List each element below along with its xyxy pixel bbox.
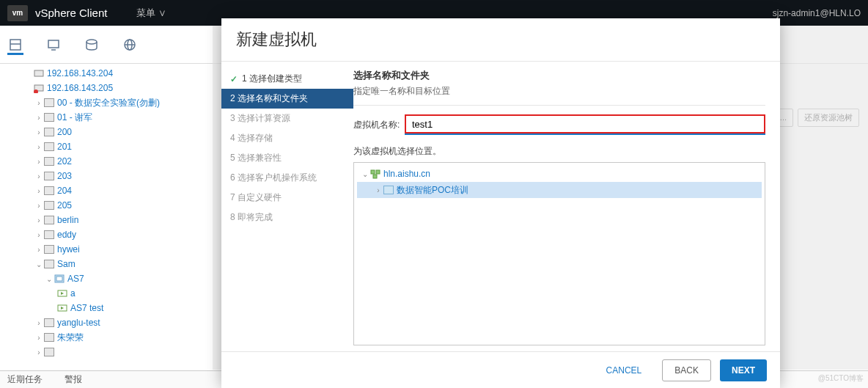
svg-rect-8 bbox=[34, 70, 43, 76]
folder-item[interactable]: ›203 bbox=[0, 169, 213, 183]
folder-sam[interactable]: ⌄Sam bbox=[0, 257, 213, 271]
svg-rect-0 bbox=[10, 40, 21, 50]
hosts-clusters-icon[interactable] bbox=[7, 39, 23, 55]
vms-templates-icon[interactable] bbox=[45, 37, 62, 53]
content-title: 选择名称和文件夹 bbox=[353, 69, 765, 82]
step-3: 3 选择计算资源 bbox=[221, 109, 353, 128]
host-item[interactable]: 192.168.143.205 bbox=[0, 81, 213, 95]
new-vm-wizard: 新建虚拟机 1 选择创建类型 2 选择名称和文件夹 3 选择计算资源 4 选择存… bbox=[221, 18, 780, 388]
folder-item[interactable]: ›201 bbox=[0, 139, 213, 154]
content-subtitle: 指定唯一名称和目标位置 bbox=[353, 85, 765, 98]
svg-rect-18 bbox=[376, 170, 380, 174]
folder-item[interactable]: ›204 bbox=[0, 183, 213, 198]
svg-rect-2 bbox=[48, 40, 59, 48]
watermark: @51CTO博客 bbox=[818, 373, 864, 384]
step-7: 7 自定义硬件 bbox=[221, 188, 353, 208]
folder-item[interactable]: ›berlin bbox=[0, 213, 213, 227]
network-icon[interactable] bbox=[122, 37, 138, 53]
step-4: 4 选择存储 bbox=[221, 128, 353, 148]
back-button[interactable]: BACK bbox=[662, 359, 711, 381]
step-1[interactable]: 1 选择创建类型 bbox=[221, 69, 353, 89]
vm-item[interactable]: AS7 test bbox=[0, 301, 213, 315]
folder-item[interactable]: ›205 bbox=[0, 198, 213, 213]
vm-logo: vm bbox=[7, 5, 28, 21]
location-tree[interactable]: ⌄ hln.aishu.cn › 数据智能POC培训 bbox=[353, 162, 765, 345]
host-item[interactable]: 192.168.143.204 bbox=[0, 66, 213, 81]
folder-item[interactable]: ›01 - 谢军 bbox=[0, 110, 213, 125]
vapp-as7[interactable]: ⌄ AS7 bbox=[0, 271, 213, 286]
storage-icon[interactable] bbox=[84, 37, 100, 53]
svg-rect-19 bbox=[373, 175, 377, 178]
divider bbox=[353, 105, 765, 106]
vm-name-label: 虚拟机名称: bbox=[353, 119, 405, 131]
folder-item[interactable]: ›朱荣荣 bbox=[0, 330, 213, 345]
vm-item[interactable]: a bbox=[0, 286, 213, 301]
wizard-title: 新建虚拟机 bbox=[221, 18, 780, 62]
loc-datacenter[interactable]: › 数据智能POC培训 bbox=[357, 182, 762, 198]
menu-dropdown[interactable]: 菜单 ∨ bbox=[136, 7, 166, 20]
location-label: 为该虚拟机选择位置。 bbox=[353, 145, 765, 158]
wizard-content: 选择名称和文件夹 指定唯一名称和目标位置 虚拟机名称: 为该虚拟机选择位置。 ⌄… bbox=[353, 62, 780, 351]
wizard-footer: CANCEL BACK NEXT bbox=[221, 351, 780, 388]
folder-item[interactable]: ›202 bbox=[0, 154, 213, 169]
vm-name-input[interactable] bbox=[405, 114, 765, 133]
svg-rect-17 bbox=[371, 170, 375, 174]
folder-item[interactable]: ›200 bbox=[0, 125, 213, 139]
folder-item[interactable]: ›yanglu-test bbox=[0, 315, 213, 330]
tab-recent-tasks[interactable]: 近期任务 bbox=[7, 373, 43, 386]
folder-item[interactable]: ›00 - 数据安全实验室(勿删) bbox=[0, 95, 213, 110]
folder-item[interactable]: › bbox=[0, 345, 213, 359]
input-underline bbox=[405, 133, 765, 135]
step-6: 6 选择客户机操作系统 bbox=[221, 168, 353, 188]
folder-item[interactable]: ›hywei bbox=[0, 242, 213, 257]
next-button[interactable]: NEXT bbox=[720, 359, 767, 381]
tab-alarms[interactable]: 警报 bbox=[65, 373, 82, 386]
cancel-button[interactable]: CANCEL bbox=[595, 359, 654, 381]
step-5: 5 选择兼容性 bbox=[221, 148, 353, 168]
svg-rect-12 bbox=[56, 277, 62, 281]
loc-vcenter[interactable]: ⌄ hln.aishu.cn bbox=[357, 166, 762, 182]
folder-item[interactable]: ›eddy bbox=[0, 227, 213, 242]
app-title: vSphere Client bbox=[35, 7, 107, 19]
step-8: 8 即将完成 bbox=[221, 208, 353, 227]
svg-point-4 bbox=[87, 40, 97, 44]
wizard-steps: 1 选择创建类型 2 选择名称和文件夹 3 选择计算资源 4 选择存储 5 选择… bbox=[221, 62, 353, 351]
inventory-tree[interactable]: 192.168.143.204 192.168.143.205 ›00 - 数据… bbox=[0, 64, 213, 370]
user-label[interactable]: sjzn-admin1@HLN.LO bbox=[773, 8, 868, 18]
step-2[interactable]: 2 选择名称和文件夹 bbox=[221, 89, 353, 109]
